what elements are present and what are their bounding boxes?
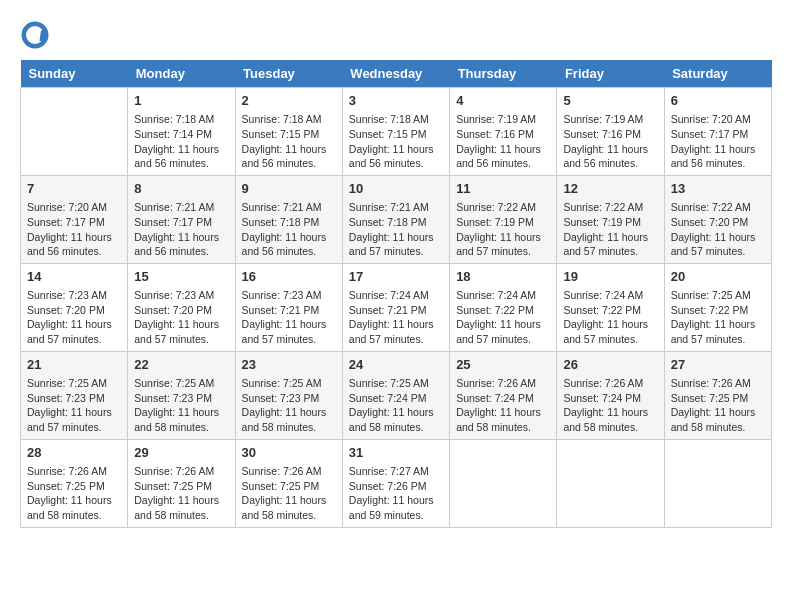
day-number: 5 [563, 92, 657, 110]
day-number: 25 [456, 356, 550, 374]
day-header-sunday: Sunday [21, 60, 128, 88]
calendar-cell: 6Sunrise: 7:20 AM Sunset: 7:17 PM Daylig… [664, 88, 771, 176]
calendar-cell: 21Sunrise: 7:25 AM Sunset: 7:23 PM Dayli… [21, 351, 128, 439]
day-info: Sunrise: 7:24 AM Sunset: 7:22 PM Dayligh… [456, 288, 550, 347]
day-number: 22 [134, 356, 228, 374]
day-number: 4 [456, 92, 550, 110]
calendar-cell: 26Sunrise: 7:26 AM Sunset: 7:24 PM Dayli… [557, 351, 664, 439]
day-number: 16 [242, 268, 336, 286]
day-number: 12 [563, 180, 657, 198]
day-number: 15 [134, 268, 228, 286]
day-info: Sunrise: 7:26 AM Sunset: 7:25 PM Dayligh… [242, 464, 336, 523]
day-info: Sunrise: 7:19 AM Sunset: 7:16 PM Dayligh… [563, 112, 657, 171]
calendar-cell: 17Sunrise: 7:24 AM Sunset: 7:21 PM Dayli… [342, 263, 449, 351]
logo [20, 20, 56, 50]
calendar-cell: 15Sunrise: 7:23 AM Sunset: 7:20 PM Dayli… [128, 263, 235, 351]
day-info: Sunrise: 7:25 AM Sunset: 7:23 PM Dayligh… [27, 376, 121, 435]
day-info: Sunrise: 7:24 AM Sunset: 7:22 PM Dayligh… [563, 288, 657, 347]
calendar-cell: 11Sunrise: 7:22 AM Sunset: 7:19 PM Dayli… [450, 175, 557, 263]
day-info: Sunrise: 7:26 AM Sunset: 7:25 PM Dayligh… [27, 464, 121, 523]
calendar-cell: 12Sunrise: 7:22 AM Sunset: 7:19 PM Dayli… [557, 175, 664, 263]
calendar-cell: 20Sunrise: 7:25 AM Sunset: 7:22 PM Dayli… [664, 263, 771, 351]
page-header [20, 20, 772, 50]
calendar-cell: 16Sunrise: 7:23 AM Sunset: 7:21 PM Dayli… [235, 263, 342, 351]
day-number: 21 [27, 356, 121, 374]
calendar-cell: 18Sunrise: 7:24 AM Sunset: 7:22 PM Dayli… [450, 263, 557, 351]
calendar-cell: 9Sunrise: 7:21 AM Sunset: 7:18 PM Daylig… [235, 175, 342, 263]
day-number: 20 [671, 268, 765, 286]
day-number: 23 [242, 356, 336, 374]
calendar-cell [450, 439, 557, 527]
calendar-cell: 31Sunrise: 7:27 AM Sunset: 7:26 PM Dayli… [342, 439, 449, 527]
calendar-cell: 5Sunrise: 7:19 AM Sunset: 7:16 PM Daylig… [557, 88, 664, 176]
week-row-4: 28Sunrise: 7:26 AM Sunset: 7:25 PM Dayli… [21, 439, 772, 527]
calendar-cell: 1Sunrise: 7:18 AM Sunset: 7:14 PM Daylig… [128, 88, 235, 176]
day-number: 28 [27, 444, 121, 462]
day-number: 31 [349, 444, 443, 462]
calendar-cell: 3Sunrise: 7:18 AM Sunset: 7:15 PM Daylig… [342, 88, 449, 176]
day-header-tuesday: Tuesday [235, 60, 342, 88]
day-info: Sunrise: 7:26 AM Sunset: 7:25 PM Dayligh… [134, 464, 228, 523]
day-number: 9 [242, 180, 336, 198]
day-header-wednesday: Wednesday [342, 60, 449, 88]
week-row-1: 7Sunrise: 7:20 AM Sunset: 7:17 PM Daylig… [21, 175, 772, 263]
day-info: Sunrise: 7:23 AM Sunset: 7:20 PM Dayligh… [134, 288, 228, 347]
day-info: Sunrise: 7:22 AM Sunset: 7:19 PM Dayligh… [456, 200, 550, 259]
day-info: Sunrise: 7:21 AM Sunset: 7:18 PM Dayligh… [242, 200, 336, 259]
calendar-body: 1Sunrise: 7:18 AM Sunset: 7:14 PM Daylig… [21, 88, 772, 528]
day-number: 29 [134, 444, 228, 462]
calendar-header: SundayMondayTuesdayWednesdayThursdayFrid… [21, 60, 772, 88]
day-info: Sunrise: 7:23 AM Sunset: 7:20 PM Dayligh… [27, 288, 121, 347]
week-row-2: 14Sunrise: 7:23 AM Sunset: 7:20 PM Dayli… [21, 263, 772, 351]
day-number: 10 [349, 180, 443, 198]
day-info: Sunrise: 7:23 AM Sunset: 7:21 PM Dayligh… [242, 288, 336, 347]
day-info: Sunrise: 7:22 AM Sunset: 7:19 PM Dayligh… [563, 200, 657, 259]
calendar-cell: 22Sunrise: 7:25 AM Sunset: 7:23 PM Dayli… [128, 351, 235, 439]
day-number: 13 [671, 180, 765, 198]
day-number: 17 [349, 268, 443, 286]
calendar-cell [557, 439, 664, 527]
day-number: 11 [456, 180, 550, 198]
day-number: 18 [456, 268, 550, 286]
calendar-cell: 29Sunrise: 7:26 AM Sunset: 7:25 PM Dayli… [128, 439, 235, 527]
day-number: 30 [242, 444, 336, 462]
day-info: Sunrise: 7:18 AM Sunset: 7:14 PM Dayligh… [134, 112, 228, 171]
day-number: 26 [563, 356, 657, 374]
day-number: 27 [671, 356, 765, 374]
day-info: Sunrise: 7:26 AM Sunset: 7:24 PM Dayligh… [563, 376, 657, 435]
week-row-3: 21Sunrise: 7:25 AM Sunset: 7:23 PM Dayli… [21, 351, 772, 439]
day-number: 24 [349, 356, 443, 374]
week-row-0: 1Sunrise: 7:18 AM Sunset: 7:14 PM Daylig… [21, 88, 772, 176]
calendar-cell: 14Sunrise: 7:23 AM Sunset: 7:20 PM Dayli… [21, 263, 128, 351]
calendar-cell [664, 439, 771, 527]
day-info: Sunrise: 7:25 AM Sunset: 7:23 PM Dayligh… [242, 376, 336, 435]
day-info: Sunrise: 7:21 AM Sunset: 7:18 PM Dayligh… [349, 200, 443, 259]
day-info: Sunrise: 7:20 AM Sunset: 7:17 PM Dayligh… [27, 200, 121, 259]
calendar-cell: 8Sunrise: 7:21 AM Sunset: 7:17 PM Daylig… [128, 175, 235, 263]
day-number: 2 [242, 92, 336, 110]
calendar-cell: 24Sunrise: 7:25 AM Sunset: 7:24 PM Dayli… [342, 351, 449, 439]
calendar-cell [21, 88, 128, 176]
calendar-cell: 25Sunrise: 7:26 AM Sunset: 7:24 PM Dayli… [450, 351, 557, 439]
calendar-cell: 2Sunrise: 7:18 AM Sunset: 7:15 PM Daylig… [235, 88, 342, 176]
day-number: 14 [27, 268, 121, 286]
day-number: 6 [671, 92, 765, 110]
day-number: 8 [134, 180, 228, 198]
calendar-cell: 13Sunrise: 7:22 AM Sunset: 7:20 PM Dayli… [664, 175, 771, 263]
day-info: Sunrise: 7:27 AM Sunset: 7:26 PM Dayligh… [349, 464, 443, 523]
calendar-cell: 23Sunrise: 7:25 AM Sunset: 7:23 PM Dayli… [235, 351, 342, 439]
calendar-cell: 10Sunrise: 7:21 AM Sunset: 7:18 PM Dayli… [342, 175, 449, 263]
day-number: 19 [563, 268, 657, 286]
day-info: Sunrise: 7:22 AM Sunset: 7:20 PM Dayligh… [671, 200, 765, 259]
day-number: 3 [349, 92, 443, 110]
days-header-row: SundayMondayTuesdayWednesdayThursdayFrid… [21, 60, 772, 88]
day-header-saturday: Saturday [664, 60, 771, 88]
logo-icon [20, 20, 50, 50]
calendar-cell: 28Sunrise: 7:26 AM Sunset: 7:25 PM Dayli… [21, 439, 128, 527]
calendar-table: SundayMondayTuesdayWednesdayThursdayFrid… [20, 60, 772, 528]
day-info: Sunrise: 7:25 AM Sunset: 7:24 PM Dayligh… [349, 376, 443, 435]
calendar-cell: 27Sunrise: 7:26 AM Sunset: 7:25 PM Dayli… [664, 351, 771, 439]
calendar-cell: 30Sunrise: 7:26 AM Sunset: 7:25 PM Dayli… [235, 439, 342, 527]
day-number: 7 [27, 180, 121, 198]
day-header-monday: Monday [128, 60, 235, 88]
